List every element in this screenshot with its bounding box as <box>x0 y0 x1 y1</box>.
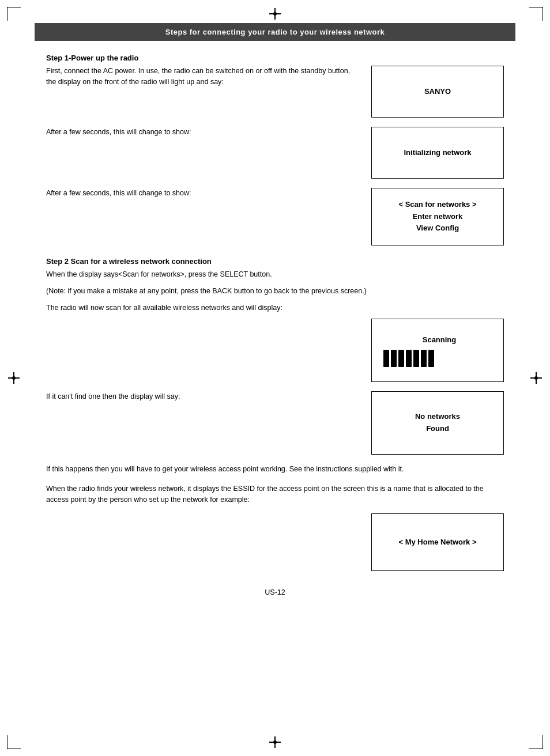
step2-text6: When the radio finds your wireless netwo… <box>46 483 504 506</box>
display-initializing: Initializing network <box>371 127 504 179</box>
crosshair-left <box>8 372 20 384</box>
display-menu-line1: < Scan for networks > <box>398 199 476 211</box>
display-menu: < Scan for networks > Enter network View… <box>371 188 504 245</box>
step2-text2: (Note: if you make a mistake at any poin… <box>46 286 504 297</box>
crosshair-bottom <box>269 736 281 748</box>
page-header: Steps for connecting your radio to your … <box>35 23 515 41</box>
step2-network-box: < My Home Network > <box>371 513 504 571</box>
scan-bar-2 <box>391 350 397 367</box>
display-sanyo: SANYO <box>371 66 504 118</box>
display-menu-line3: View Config <box>416 222 459 235</box>
step2-text4: If it can't find one then the display wi… <box>46 391 371 402</box>
display-my-home-network-text: < My Home Network > <box>398 536 476 549</box>
corner-mark-tr <box>529 7 543 21</box>
display-no-networks: No networks Found <box>371 391 504 455</box>
step1-heading: Step 1-Power up the radio <box>46 54 504 62</box>
step2-text5: If this happens then you will have to ge… <box>46 464 504 475</box>
scan-bars-icon <box>383 350 434 367</box>
step1-row3: After a few seconds, this will change to… <box>46 188 504 245</box>
step1-sanyo-box: SANYO <box>371 66 504 118</box>
step1-menu-box: < Scan for networks > Enter network View… <box>371 188 504 245</box>
scan-bar-5 <box>413 350 419 367</box>
corner-mark-br <box>529 735 543 749</box>
step1-row1: First, connect the AC power. In use, the… <box>46 66 504 118</box>
crosshair-right <box>530 372 542 384</box>
step2-heading: Step 2 Scan for a wireless network conne… <box>46 257 504 266</box>
corner-mark-tl <box>7 7 21 21</box>
display-scanning: Scanning <box>371 319 504 382</box>
scan-bar-6 <box>421 350 427 367</box>
content-area: Step 1-Power up the radio First, connect… <box>35 54 515 596</box>
display-scanning-text: Scanning <box>423 334 457 346</box>
page-number: US-12 <box>46 588 504 596</box>
scan-bar-3 <box>398 350 404 367</box>
display-initializing-text: Initializing network <box>404 147 471 159</box>
display-no-networks-line2: Found <box>426 423 449 435</box>
step2-text1: When the display says<Scan for networks>… <box>46 269 504 280</box>
scan-bar-4 <box>406 350 412 367</box>
step1-text1: First, connect the AC power. In use, the… <box>46 66 371 88</box>
display-sanyo-text: SANYO <box>424 86 451 98</box>
step2-no-networks-row: If it can't find one then the display wi… <box>46 391 504 455</box>
scan-bar-7 <box>428 350 434 367</box>
step1-text3: After a few seconds, this will change to… <box>46 188 371 199</box>
step1-init-box: Initializing network <box>371 127 504 179</box>
step1-text2: After a few seconds, this will change to… <box>46 127 371 138</box>
display-my-home-network: < My Home Network > <box>371 513 504 571</box>
step2-scanning-box: Scanning <box>371 319 504 382</box>
step2-network-row: < My Home Network > <box>46 513 504 571</box>
crosshair-top <box>269 8 281 20</box>
step2-text3: The radio will now scan for all availabl… <box>46 303 504 313</box>
display-menu-line2: Enter network <box>413 211 463 223</box>
page: Steps for connecting your radio to your … <box>0 0 550 756</box>
step1-row2: After a few seconds, this will change to… <box>46 127 504 179</box>
step2-scanning-row: Scanning <box>46 319 504 382</box>
step2-no-networks-box: No networks Found <box>371 391 504 455</box>
corner-mark-bl <box>7 735 21 749</box>
scan-bar-1 <box>383 350 389 367</box>
display-no-networks-line1: No networks <box>415 411 460 423</box>
